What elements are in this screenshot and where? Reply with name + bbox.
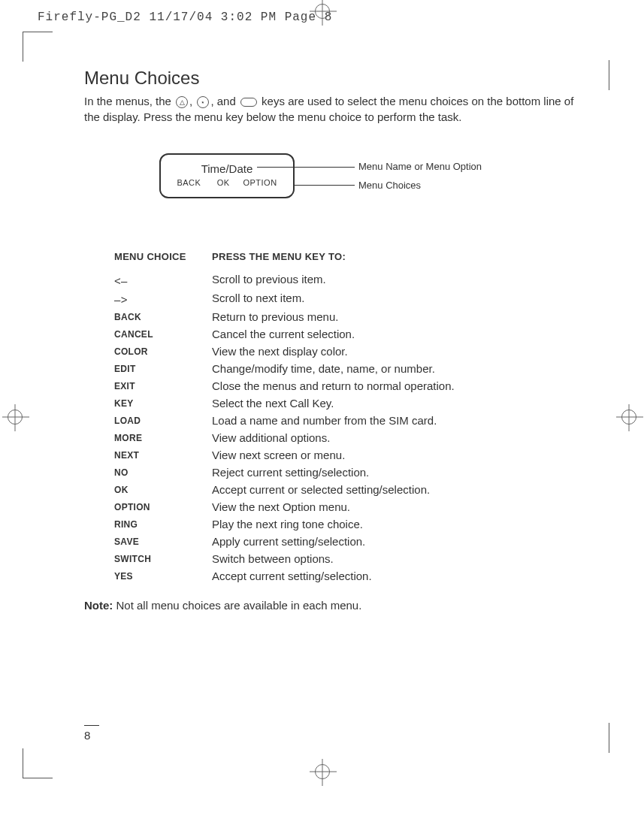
menu-description: Accept current or selected setting/selec… [212, 483, 580, 496]
menu-choice: KEY [114, 397, 212, 410]
registration-mark-bottom [304, 760, 341, 798]
menu-choice: –> [114, 292, 212, 306]
table-row: SWITCHSwitch between options. [114, 552, 580, 565]
intro-paragraph: In the menus, the △, ⋆, and keys are use… [84, 93, 580, 125]
table-body: <–Scroll to previous item.–>Scroll to ne… [114, 273, 580, 582]
trim-mark [23, 748, 53, 778]
menu-description: Reject current setting/selection. [212, 466, 580, 479]
intro-text: , and [210, 95, 239, 107]
table-row: NEXTView next screen or menu. [114, 449, 580, 461]
menu-description: Cancel the current selection. [212, 328, 580, 340]
key-icon-a: △ [176, 96, 188, 108]
menu-description: Scroll to previous item. [212, 273, 580, 287]
key-icon-b: ⋆ [197, 96, 209, 108]
table-row: OPTIONView the next Option menu. [114, 500, 580, 513]
menu-choice: SAVE [114, 535, 212, 548]
table-row: CANCELCancel the current selection. [114, 328, 580, 340]
callout-menu-choices: Menu Choices [358, 180, 421, 191]
table-row: LOADLoad a name and number from the SIM … [114, 414, 580, 427]
menu-description: View the next Option menu. [212, 500, 580, 513]
table-row: RINGPlay the next ring tone choice. [114, 518, 580, 530]
softkey-option: OPTION [243, 178, 277, 187]
note: Note: Not all menu choices are available… [84, 599, 580, 612]
menu-choice: OK [114, 483, 212, 496]
key-icon-c [240, 98, 257, 107]
menu-choice: LOAD [114, 414, 212, 427]
menu-choice: COLOR [114, 345, 212, 358]
page-content: Menu Choices In the menus, the △, ⋆, and… [84, 68, 580, 612]
trim-mark [609, 60, 609, 90]
menu-description: Apply current setting/selection. [212, 535, 580, 548]
callout-line [295, 185, 355, 186]
menu-description: Switch between options. [212, 552, 580, 565]
menu-choice: NEXT [114, 449, 212, 461]
menu-description: Select the next Call Key. [212, 397, 580, 410]
page-title: Menu Choices [84, 68, 580, 89]
menu-choice: OPTION [114, 500, 212, 513]
callout-line [257, 167, 355, 168]
menu-choice: BACK [114, 310, 212, 323]
table-row: SAVEApply current setting/selection. [114, 535, 580, 548]
table-row: NOReject current setting/selection. [114, 466, 580, 479]
intro-text: In the menus, the [84, 95, 174, 107]
registration-mark-right [614, 406, 644, 436]
table-header-row: MENU CHOICE PRESS THE MENU KEY TO: [114, 251, 580, 262]
menu-description: Load a name and number from the SIM card… [212, 414, 580, 427]
prepress-header: Firefly-PG_D2 11/17/04 3:02 PM Page 8 [38, 11, 332, 24]
menu-description: View the next display color. [212, 345, 580, 358]
table-row: YESAccept current setting/selection. [114, 570, 580, 582]
menu-choice: CANCEL [114, 328, 212, 340]
menu-description: Play the next ring tone choice. [212, 518, 580, 530]
softkey-ok: OK [217, 178, 230, 187]
table-row: <–Scroll to previous item. [114, 273, 580, 287]
callout-menu-name: Menu Name or Menu Option [358, 161, 482, 172]
screen-softkeys: BACK OK OPTION [161, 178, 293, 187]
registration-mark-top [304, 0, 341, 38]
menu-choice: MORE [114, 431, 212, 444]
trim-mark [23, 32, 53, 62]
menu-description: Change/modify time, date, name, or numbe… [212, 362, 580, 375]
menu-choice: EDIT [114, 362, 212, 375]
menu-choice: RING [114, 518, 212, 530]
table-row: COLORView the next display color. [114, 345, 580, 358]
table-row: BACKReturn to previous menu. [114, 310, 580, 323]
menu-choice: YES [114, 570, 212, 582]
menu-description: View next screen or menu. [212, 449, 580, 461]
registration-mark-left [0, 406, 30, 436]
table-row: EXITClose the menus and return to normal… [114, 379, 580, 392]
note-label: Note: [84, 599, 113, 612]
table-row: OKAccept current or selected setting/sel… [114, 483, 580, 496]
table-row: EDITChange/modify time, date, name, or n… [114, 362, 580, 375]
screen-title: Time/Date [161, 162, 293, 175]
intro-text: , [189, 95, 195, 107]
table-header-action: PRESS THE MENU KEY TO: [212, 251, 580, 262]
screen-box: Time/Date BACK OK OPTION [159, 153, 295, 198]
menu-description: Scroll to next item. [212, 292, 580, 306]
menu-choice: <– [114, 273, 212, 287]
menu-description: Close the menus and return to normal ope… [212, 379, 580, 392]
display-diagram: Time/Date BACK OK OPTION Menu Name or Me… [159, 153, 580, 213]
table-row: KEYSelect the next Call Key. [114, 397, 580, 410]
menu-description: View additional options. [212, 431, 580, 444]
menu-choice: SWITCH [114, 552, 212, 565]
softkey-back: BACK [177, 178, 201, 187]
table-header-choice: MENU CHOICE [114, 251, 212, 262]
menu-description: Accept current setting/selection. [212, 570, 580, 582]
table-row: –>Scroll to next item. [114, 292, 580, 306]
menu-description: Return to previous menu. [212, 310, 580, 323]
trim-mark [609, 723, 609, 753]
page-number: 8 [84, 725, 99, 742]
note-text: Not all menu choices are available in ea… [113, 599, 361, 612]
table-row: MOREView additional options. [114, 431, 580, 444]
menu-choice: NO [114, 466, 212, 479]
menu-choice: EXIT [114, 379, 212, 392]
